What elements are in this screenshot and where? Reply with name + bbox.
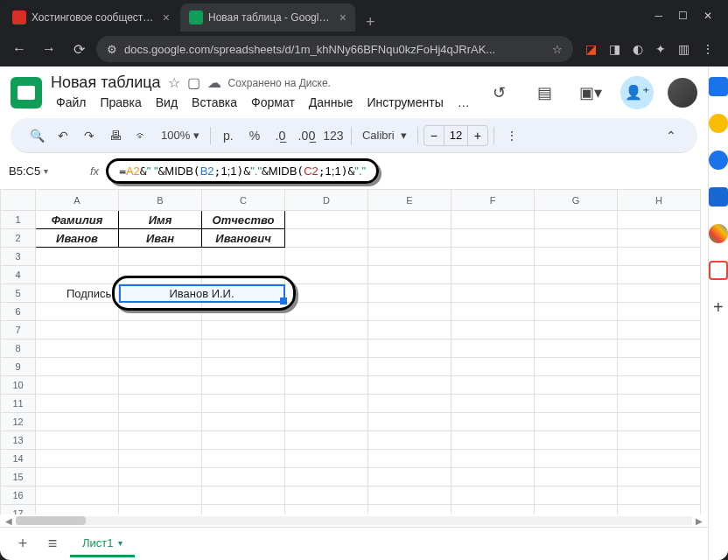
move-icon[interactable]: ▢ <box>187 74 200 91</box>
cell-F7[interactable] <box>452 321 535 340</box>
cell-A15[interactable] <box>36 468 119 486</box>
cell-E1[interactable] <box>368 211 452 229</box>
tasks-icon[interactable] <box>709 150 728 170</box>
cell-A2[interactable]: Иванов <box>36 229 119 248</box>
cell-C14[interactable] <box>202 450 285 468</box>
percent-format[interactable]: % <box>242 123 267 148</box>
share-button[interactable]: 👤⁺ <box>620 76 654 109</box>
column-header[interactable]: E <box>368 190 452 211</box>
cell-F8[interactable] <box>452 340 535 358</box>
cell-H17[interactable] <box>618 505 701 515</box>
cell-D10[interactable] <box>285 376 368 395</box>
cell-F17[interactable] <box>452 505 535 515</box>
font-size-increase[interactable]: + <box>468 129 487 143</box>
cell-G13[interactable] <box>535 431 618 450</box>
cell-A1[interactable]: Фамилия <box>36 211 119 229</box>
cell-C15[interactable] <box>202 468 285 486</box>
cell-A5[interactable]: Подпись: <box>36 284 119 303</box>
extension-icon[interactable]: ◪ <box>585 42 597 56</box>
cell-F1[interactable] <box>452 211 535 229</box>
more-formatting-icon[interactable]: ⋮ <box>500 123 524 148</box>
number-format[interactable]: 123 <box>321 123 346 148</box>
sheet-tab-menu-icon[interactable]: ▾ <box>118 538 122 548</box>
spreadsheet-grid[interactable]: ABCDEFGH1ФамилияИмяОтчество2ИвановИванИв… <box>0 189 708 514</box>
row-header[interactable]: 15 <box>1 468 36 486</box>
cell-F13[interactable] <box>452 431 535 450</box>
column-header[interactable]: C <box>202 190 285 211</box>
row-header[interactable]: 3 <box>1 248 36 266</box>
cell-B12[interactable] <box>119 413 202 431</box>
column-header[interactable]: F <box>452 190 535 211</box>
row-header[interactable]: 13 <box>1 431 36 450</box>
menu-more[interactable]: … <box>452 94 475 111</box>
side-panel-icon[interactable]: ▥ <box>678 42 690 56</box>
star-icon[interactable]: ☆ <box>168 74 180 91</box>
scroll-left-icon[interactable]: ◀ <box>5 516 12 526</box>
cell-H4[interactable] <box>618 266 701 284</box>
cell-H14[interactable] <box>618 450 701 468</box>
search-icon[interactable]: 🔍 <box>24 123 49 148</box>
row-header[interactable]: 14 <box>1 450 36 468</box>
cell-H13[interactable] <box>618 431 701 450</box>
cell-A6[interactable] <box>36 303 119 321</box>
cell-B9[interactable] <box>119 358 202 376</box>
cell-F2[interactable] <box>452 229 535 248</box>
font-size-decrease[interactable]: − <box>424 129 444 143</box>
menu-file[interactable]: Файл <box>51 94 91 111</box>
browser-tab-1[interactable]: Хостинговое сообщество «Tim × <box>4 4 178 32</box>
cell-G3[interactable] <box>535 248 618 266</box>
cell-B3[interactable] <box>119 248 202 266</box>
cell-G1[interactable] <box>535 211 618 229</box>
row-header[interactable]: 7 <box>1 321 36 340</box>
scroll-thumb[interactable] <box>16 516 86 525</box>
currency-format[interactable]: р. <box>216 123 241 148</box>
cell-D12[interactable] <box>285 413 368 431</box>
back-button[interactable]: ← <box>7 37 32 61</box>
decrease-decimal[interactable]: .0̲ <box>269 123 293 148</box>
cell-G10[interactable] <box>535 376 618 395</box>
name-box[interactable]: B5:C5▾ <box>9 164 83 178</box>
browser-tab-2[interactable]: Новая таблица - Google Табли × <box>180 4 355 32</box>
cell-C1[interactable]: Отчество <box>202 211 285 229</box>
cell-G12[interactable] <box>535 413 618 431</box>
cell-H10[interactable] <box>618 376 701 395</box>
cell-G8[interactable] <box>535 340 618 358</box>
cell-G9[interactable] <box>535 358 618 376</box>
row-header[interactable]: 1 <box>1 211 36 229</box>
cell-G11[interactable] <box>535 395 618 413</box>
cell-D11[interactable] <box>285 395 368 413</box>
cell-D4[interactable] <box>285 266 368 284</box>
column-header[interactable]: A <box>36 190 119 211</box>
cell-E8[interactable] <box>368 340 452 358</box>
cell-E10[interactable] <box>368 376 452 395</box>
cell-E9[interactable] <box>368 358 452 376</box>
row-header[interactable]: 12 <box>1 413 36 431</box>
font-size-input[interactable]: 12 <box>444 126 468 145</box>
cell-E6[interactable] <box>368 303 452 321</box>
menu-format[interactable]: Формат <box>246 94 300 111</box>
cell-B7[interactable] <box>119 321 202 340</box>
cell-H16[interactable] <box>618 486 701 505</box>
row-header[interactable]: 17 <box>1 505 36 515</box>
cell-F4[interactable] <box>452 266 535 284</box>
increase-decimal[interactable]: .00̲ <box>295 123 319 148</box>
cell-D17[interactable] <box>285 505 368 515</box>
account-avatar[interactable] <box>668 78 697 108</box>
contacts-icon[interactable] <box>709 187 728 206</box>
cell-H11[interactable] <box>618 395 701 413</box>
cell-G15[interactable] <box>535 468 618 486</box>
site-info-icon[interactable]: ⚙ <box>107 43 117 56</box>
cell-A4[interactable] <box>36 266 119 284</box>
cell-D9[interactable] <box>285 358 368 376</box>
print-icon[interactable]: 🖶 <box>103 123 128 148</box>
reload-button[interactable]: ⟳ <box>66 37 91 61</box>
addon-icon[interactable] <box>709 261 728 280</box>
menu-insert[interactable]: Вставка <box>186 94 242 111</box>
cell-D16[interactable] <box>285 486 368 505</box>
url-input[interactable]: ⚙ docs.google.com/spreadsheets/d/1m_khNN… <box>96 36 573 62</box>
cell-D2[interactable] <box>285 229 368 248</box>
cell-E12[interactable] <box>368 413 452 431</box>
row-header[interactable]: 5 <box>1 284 36 303</box>
new-tab-button[interactable]: + <box>357 13 384 32</box>
cell-A17[interactable] <box>36 505 119 515</box>
